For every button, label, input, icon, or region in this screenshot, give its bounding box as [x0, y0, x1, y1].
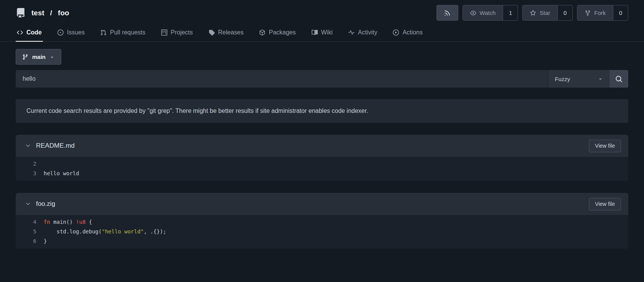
- star-button-group: Star 0: [522, 5, 573, 21]
- result-filename[interactable]: foo.zig: [36, 200, 55, 208]
- code-search-main: main Fuzzy Current code search results a…: [0, 42, 644, 249]
- star-count[interactable]: 0: [558, 5, 572, 20]
- pulse-icon: [348, 29, 355, 36]
- tag-icon: [209, 29, 215, 36]
- tab-projects-label: Projects: [171, 29, 193, 36]
- repo-owner-link[interactable]: test: [31, 9, 44, 17]
- tab-pull-requests[interactable]: Pull requests: [99, 25, 147, 42]
- code-line: 5 std.log.debug("hello world", .{});: [16, 227, 628, 236]
- triangle-down-icon: [598, 76, 603, 82]
- branch-name: main: [32, 54, 46, 60]
- result-header: foo.zig View file: [16, 193, 628, 215]
- repo-title: test / foo: [16, 8, 69, 18]
- rss-icon: [444, 10, 451, 16]
- result-code-preview: 4 fn main() !u8 { 5 std.log.debug("hello…: [16, 215, 628, 249]
- chevron-down-icon[interactable]: [25, 143, 31, 149]
- tab-releases[interactable]: Releases: [208, 25, 245, 42]
- star-button-label: Star: [539, 10, 550, 16]
- tab-issues[interactable]: Issues: [56, 25, 86, 42]
- package-icon: [259, 29, 265, 36]
- line-number[interactable]: 4: [16, 217, 36, 227]
- line-content: }: [36, 236, 47, 246]
- search-icon: [615, 75, 623, 83]
- tab-wiki[interactable]: Wiki: [311, 25, 334, 42]
- tab-pull-requests-label: Pull requests: [110, 29, 145, 36]
- repo-tabs-bar: Code Issues Pull requests Projects Relea…: [0, 25, 644, 42]
- rss-feed-button[interactable]: [436, 5, 458, 21]
- result-header: README.md View file: [16, 135, 628, 157]
- repo-title-separator: /: [50, 9, 52, 17]
- watch-button[interactable]: Watch: [463, 5, 503, 20]
- fork-button[interactable]: Fork: [577, 5, 613, 20]
- line-number[interactable]: 6: [16, 236, 36, 246]
- fork-button-label: Fork: [594, 10, 606, 16]
- line-content: hello world: [36, 169, 79, 178]
- repo-header: test / foo Watch 1: [16, 5, 628, 21]
- result-filename[interactable]: README.md: [36, 142, 75, 150]
- project-board-icon: [161, 29, 167, 36]
- eye-icon: [470, 10, 476, 16]
- issue-opened-icon: [57, 29, 64, 36]
- watch-button-label: Watch: [480, 10, 496, 16]
- repo-book-icon: [16, 8, 26, 18]
- git-branch-icon: [22, 54, 28, 60]
- code-line: 3 hello world: [16, 169, 628, 178]
- tab-code[interactable]: Code: [16, 25, 43, 42]
- watch-count[interactable]: 1: [503, 5, 518, 20]
- code-line: 4 fn main() !u8 {: [16, 217, 628, 227]
- play-circle-icon: [393, 29, 399, 36]
- search-result-readme: README.md View file 2 3 hello world: [16, 135, 628, 181]
- fork-count[interactable]: 0: [613, 5, 628, 20]
- line-content: [36, 159, 44, 169]
- view-file-button[interactable]: View file: [589, 140, 621, 152]
- tab-packages-label: Packages: [269, 29, 296, 36]
- tab-actions-label: Actions: [402, 29, 422, 36]
- tab-packages[interactable]: Packages: [258, 25, 297, 42]
- code-line: 6 }: [16, 236, 628, 246]
- star-button[interactable]: Star: [523, 5, 558, 20]
- search-notice-text: Current code search results are provided…: [26, 108, 368, 114]
- chevron-down-icon[interactable]: [25, 201, 31, 207]
- line-number[interactable]: 3: [16, 169, 36, 178]
- tab-wiki-label: Wiki: [321, 29, 333, 36]
- triangle-down-icon: [49, 54, 55, 60]
- search-result-foo-zig: foo.zig View file 4 fn main() !u8 { 5 st…: [16, 193, 628, 249]
- fork-button-group: Fork 0: [577, 5, 628, 21]
- search-mode-select[interactable]: Fuzzy: [548, 70, 610, 88]
- view-file-button[interactable]: View file: [589, 198, 621, 210]
- star-icon: [530, 10, 536, 16]
- repo-header-section: test / foo Watch 1: [0, 5, 644, 21]
- pull-request-icon: [100, 29, 106, 36]
- repo-name-link[interactable]: foo: [58, 9, 69, 17]
- tab-activity-label: Activity: [358, 29, 378, 36]
- result-code-preview: 2 3 hello world: [16, 157, 628, 181]
- code-line: 2: [16, 159, 628, 169]
- tab-activity[interactable]: Activity: [347, 25, 379, 42]
- code-search-bar: Fuzzy: [16, 70, 628, 88]
- search-notice: Current code search results are provided…: [16, 99, 628, 123]
- code-icon: [17, 29, 23, 36]
- line-content: std.log.debug("hello world", .{});: [36, 227, 166, 236]
- tab-actions[interactable]: Actions: [392, 25, 423, 42]
- watch-button-group: Watch 1: [463, 5, 518, 21]
- search-mode-value: Fuzzy: [555, 76, 570, 82]
- tab-issues-label: Issues: [67, 29, 85, 36]
- search-input[interactable]: [16, 70, 548, 88]
- branch-selector[interactable]: main: [16, 49, 61, 65]
- tab-code-label: Code: [26, 29, 42, 36]
- search-button[interactable]: [610, 70, 628, 88]
- book-icon: [312, 29, 318, 36]
- fork-icon: [585, 10, 591, 16]
- repo-actions: Watch 1 Star 0 Fork: [436, 5, 628, 21]
- tab-releases-label: Releases: [218, 29, 244, 36]
- line-content: fn main() !u8 {: [36, 217, 92, 227]
- line-number[interactable]: 5: [16, 227, 36, 236]
- tab-projects[interactable]: Projects: [160, 25, 194, 42]
- line-number[interactable]: 2: [16, 159, 36, 169]
